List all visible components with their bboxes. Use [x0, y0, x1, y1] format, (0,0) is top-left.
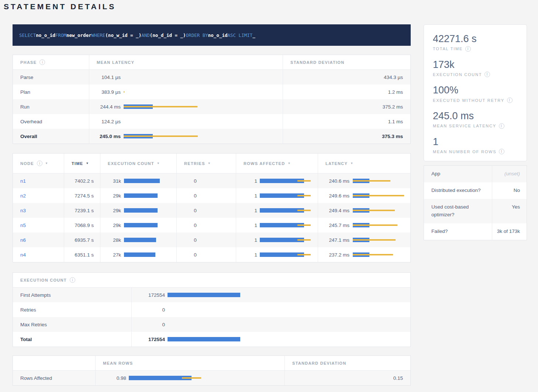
latency-bar: [353, 193, 404, 198]
sql-keyword: SELECT: [19, 32, 36, 38]
rows-affected-bar: [260, 223, 311, 227]
node-link[interactable]: n5: [20, 223, 26, 228]
node-exec-count: 28k: [100, 237, 121, 243]
table-row: Max Retries 0: [13, 317, 410, 332]
info-icon[interactable]: i: [499, 149, 504, 154]
sql-identifier: (no_w_id = _): [105, 32, 141, 38]
node-retries: 0: [177, 178, 214, 184]
info-icon[interactable]: i: [507, 97, 513, 103]
table-row: First Attempts 172554: [13, 288, 410, 302]
stat-value: 173k: [433, 59, 523, 71]
stat-value: 1: [433, 137, 523, 148]
detail-row-app: App (unset): [424, 166, 527, 182]
rows-affected-table: MEAN ROWS STANDARD DEVIATION Rows Affect…: [13, 355, 411, 386]
sql-keyword: AND: [141, 32, 150, 38]
execution-count-table: EXECUTION COUNTi First Attempts 172554 R…: [13, 272, 411, 347]
execution-count-bar: [124, 252, 155, 257]
node-retries: 0: [177, 223, 214, 228]
node-exec-count: 29k: [100, 193, 121, 199]
stat-value: 100%: [433, 85, 523, 96]
latency-bar: [353, 179, 390, 183]
sort-arrow-icon: ▼: [157, 162, 160, 165]
sql-identifier: no_o_id: [36, 32, 55, 38]
table-row: n3 7239.1 s 29k 0 1 249.4 ms: [13, 203, 410, 218]
node-retries: 0: [177, 237, 214, 243]
node-link[interactable]: n1: [20, 178, 26, 184]
node-column-header[interactable]: NODEi▼: [13, 154, 64, 173]
std-dev-value: 375.3 ms: [382, 134, 403, 139]
sort-arrow-icon: ▼: [45, 162, 48, 165]
info-icon[interactable]: i: [465, 46, 471, 52]
table-row: Run 244.4 ms 375.2 ms: [13, 99, 410, 114]
execution-count-title: EXECUTION COUNT: [20, 278, 67, 282]
node-link[interactable]: n3: [20, 208, 26, 213]
exec-row-value: 0: [132, 307, 165, 313]
node-time: 7239.1 s: [75, 208, 94, 213]
rows-affected-bar: [260, 179, 311, 183]
stat-label: MEAN NUMBER OF ROWS: [433, 149, 496, 154]
info-icon[interactable]: i: [484, 72, 490, 77]
exec-row-value: 0: [132, 322, 165, 327]
mean-latency-value: 104.1 µs: [89, 75, 121, 80]
execution-count-bar: [124, 238, 156, 242]
node-retries: 0: [177, 208, 214, 213]
sql-keyword: ASC LIMIT: [228, 32, 253, 38]
rows-affected-column-header[interactable]: ROWS AFFECTED▼: [236, 154, 318, 173]
latency-bar: [353, 208, 395, 213]
sql-keyword: FROM: [55, 32, 66, 38]
node-time: 6351.1 s: [75, 252, 94, 258]
phase-column-header: PHASE: [20, 60, 37, 65]
detail-value: No: [514, 188, 520, 193]
stat-label: EXECUTION COUNT: [433, 72, 482, 77]
info-icon[interactable]: i: [70, 277, 75, 283]
detail-row-distributed-execution: Distributed execution? No: [424, 182, 527, 199]
summary-stats-panel: 42271.6 s TOTAL TIMEi 173k EXECUTION COU…: [424, 24, 527, 161]
mean-latency-value: 124.2 µs: [89, 119, 121, 124]
node-time: 6935.7 s: [75, 237, 94, 243]
node-latency: 240.6 ms: [318, 178, 349, 184]
node-rows-affected: 1: [236, 237, 257, 243]
statement-sql-box: SELECT no_o_id FROM new_order WHERE (no_…: [13, 24, 411, 46]
sql-identifier: (no_d_id = _): [150, 32, 186, 38]
count-bar: [168, 293, 240, 297]
node-link[interactable]: n2: [20, 193, 26, 199]
node-link[interactable]: n6: [20, 237, 26, 243]
node-link[interactable]: n4: [20, 252, 26, 258]
execution-count-bar: [124, 223, 158, 227]
node-statistics-table: NODEi▼ TIME▼ EXECUTION COUNT▼ RETRIES▼ R…: [13, 153, 411, 262]
node-rows-affected: 1: [236, 252, 257, 258]
phase-label: Parse: [20, 75, 33, 80]
latency-bar: [353, 252, 393, 257]
time-column-header[interactable]: TIME▼: [64, 154, 100, 173]
sql-keyword: WHERE: [92, 32, 106, 38]
stat-value: 42271.6 s: [433, 34, 523, 45]
node-time: 7274.5 s: [75, 193, 94, 199]
page-title: STATEMENT DETAILS: [4, 2, 116, 11]
sort-arrow-icon: ▼: [287, 162, 290, 165]
exec-row-label: Retries: [20, 307, 36, 313]
info-icon[interactable]: i: [37, 161, 42, 166]
execution-count-table-header: EXECUTION COUNTi: [13, 273, 410, 288]
mean-rows-column-header: MEAN ROWS: [103, 361, 133, 365]
node-latency: 247.1 ms: [318, 237, 349, 243]
info-icon[interactable]: i: [39, 59, 45, 65]
sql-identifier: no_o_id: [208, 32, 228, 38]
latency-bar: [353, 238, 396, 242]
retries-column-header[interactable]: RETRIES▼: [176, 154, 236, 173]
mean-rows-bar: [129, 376, 201, 380]
execution-count-column-header[interactable]: EXECUTION COUNT▼: [100, 154, 176, 173]
rows-affected-bar: [260, 193, 311, 198]
detail-label: Failed?: [424, 223, 492, 240]
node-latency: 249.4 ms: [318, 208, 349, 213]
rows-affected-bar: [260, 238, 311, 242]
detail-label: Used cost-based optimizer?: [424, 199, 492, 223]
exec-row-label: Max Retries: [20, 322, 47, 327]
latency-column-header[interactable]: LATENCY▼: [318, 154, 410, 173]
stat-label: EXECUTED WITHOUT RETRY: [433, 98, 504, 103]
detail-label: App: [424, 166, 492, 182]
std-dev-value: 434.3 µs: [384, 75, 403, 80]
info-icon[interactable]: i: [499, 123, 504, 129]
node-table-header: NODEi▼ TIME▼ EXECUTION COUNT▼ RETRIES▼ R…: [13, 154, 410, 173]
phase-label: Overhead: [20, 119, 42, 124]
detail-label: Distributed execution?: [424, 182, 492, 199]
